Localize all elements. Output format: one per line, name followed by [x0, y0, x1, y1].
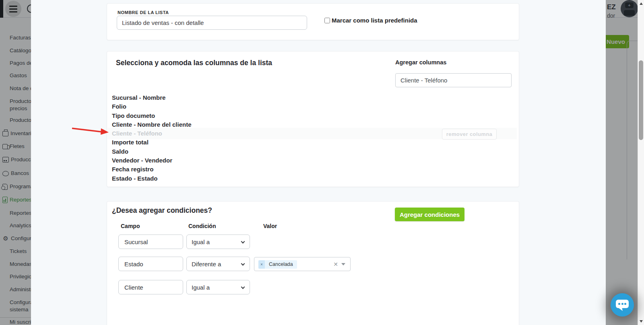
add-columns-input[interactable] — [395, 73, 512, 87]
value-column-header: Valor — [263, 223, 277, 229]
column-item[interactable]: Importe total — [112, 138, 192, 147]
chevron-down-icon — [241, 262, 245, 266]
condition-operator-select[interactable]: Diferente a — [186, 257, 250, 271]
condition-field-input[interactable] — [118, 257, 183, 271]
column-item[interactable]: Folio — [112, 102, 192, 111]
column-item[interactable]: Cliente - Nombre del cliente — [112, 120, 192, 129]
column-item[interactable]: Tipo documeto — [112, 111, 192, 120]
condition-operator-select[interactable]: Igual a — [186, 280, 250, 294]
scrollbar-thumb[interactable] — [639, 60, 643, 140]
condition-field-input[interactable] — [118, 280, 183, 294]
chat-widget-button[interactable] — [611, 293, 634, 317]
conditions-card: ¿Desea agregar condiciones? Agregar cond… — [107, 201, 519, 325]
list-name-input[interactable] — [117, 16, 307, 30]
columns-section-title: Selecciona y acomoda las columnas de la … — [116, 59, 272, 67]
column-item[interactable]: Fecha registro — [112, 165, 192, 174]
list-name-card: NOMBRE DE LA LISTA Marcar como lista pre… — [107, 3, 519, 40]
condition-value-multiselect[interactable]: × Cancelada ✕ — [254, 257, 351, 271]
add-columns-label: Agregar columnas — [395, 59, 446, 66]
column-item[interactable]: Sucursal - Nombre — [112, 93, 192, 102]
scroll-down-arrow-icon[interactable] — [640, 320, 643, 323]
conditions-section-title: ¿Desea agregar condiciones? — [112, 206, 212, 215]
columns-list: Sucursal - Nombre Folio Tipo documeto Cl… — [112, 93, 192, 183]
chevron-down-icon — [241, 285, 245, 289]
column-item-disabled[interactable]: Cliente - Teléfono — [112, 129, 192, 138]
remove-tag-icon[interactable]: × — [258, 260, 265, 269]
add-conditions-button[interactable]: Agregar condiciones — [395, 208, 464, 221]
default-list-checkbox-label: Marcar como lista predefinida — [332, 17, 417, 24]
clear-values-icon[interactable]: ✕ — [333, 261, 338, 267]
columns-card: Selecciona y acomoda las columnas de la … — [107, 51, 519, 187]
chevron-down-icon — [241, 240, 245, 244]
remove-column-button[interactable]: remover columna — [442, 129, 497, 140]
scrollbar[interactable] — [638, 0, 644, 325]
list-editor-modal: NOMBRE DE LA LISTA Marcar como lista pre… — [31, 0, 606, 325]
value-tag: × Cancelada — [258, 260, 297, 269]
value-tag-label: Cancelada — [265, 260, 297, 269]
column-item[interactable]: Saldo — [112, 147, 192, 156]
column-item[interactable]: Vendedor - Vendedor — [112, 156, 192, 165]
column-item[interactable]: Estado - Estado — [112, 174, 192, 183]
condition-field-input[interactable] — [118, 234, 183, 249]
scroll-up-arrow-icon[interactable] — [640, 2, 643, 5]
app-screenshot: EZ dor + Facturas d Catálogo d Pagos de … — [0, 0, 644, 325]
red-annotation-arrow — [71, 125, 109, 136]
condition-operator-select[interactable]: Igual a — [186, 234, 250, 249]
field-column-header: Campo — [121, 223, 140, 229]
default-list-checkbox[interactable] — [324, 18, 330, 23]
condition-column-header: Condición — [188, 223, 216, 229]
list-name-label: NOMBRE DE LA LISTA — [118, 10, 169, 15]
dropdown-caret-icon[interactable] — [341, 263, 345, 265]
